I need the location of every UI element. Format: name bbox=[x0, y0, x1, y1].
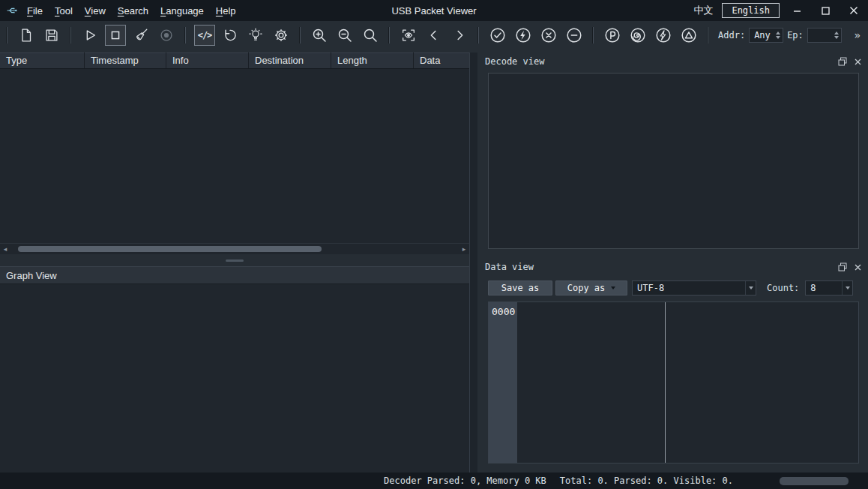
scroll-right-arrow[interactable]: ▸ bbox=[459, 244, 469, 254]
column-header-length[interactable]: Length bbox=[331, 52, 414, 68]
menu-file[interactable]: File bbox=[21, 4, 49, 18]
circle-check-icon bbox=[489, 26, 507, 44]
addr-label: Addr: bbox=[718, 30, 745, 40]
scan-eye-icon bbox=[400, 27, 417, 44]
column-header-timestamp[interactable]: Timestamp bbox=[85, 52, 166, 68]
maximize-button[interactable] bbox=[814, 2, 837, 20]
filter-ping-button[interactable] bbox=[602, 25, 623, 46]
lightbulb-icon bbox=[247, 27, 264, 44]
data-view-pane: Data view Save as Copy as bbox=[477, 258, 868, 472]
close-icon[interactable] bbox=[852, 56, 864, 68]
decoder-status-text: Decoder Parsed: 0, Memory 0 KB bbox=[384, 476, 546, 486]
menu-tool[interactable]: Tool bbox=[49, 4, 79, 18]
code-view-button[interactable]: </> bbox=[194, 25, 215, 46]
circle-bolt-outline-icon bbox=[654, 26, 672, 44]
new-file-button[interactable] bbox=[16, 25, 37, 46]
hex-view[interactable]: 0000 bbox=[488, 302, 859, 464]
data-view-header: Data view bbox=[477, 258, 868, 276]
save-as-button[interactable]: Save as bbox=[488, 280, 552, 296]
toolbar-separator bbox=[70, 27, 71, 44]
toolbar-separator bbox=[708, 27, 708, 44]
packet-table-header: Type Timestamp Info Destination Length D… bbox=[0, 52, 469, 69]
menu-language[interactable]: Language bbox=[154, 4, 210, 18]
filter-sof-button[interactable] bbox=[627, 25, 648, 46]
zoom-reset-button[interactable] bbox=[360, 25, 381, 46]
prev-packet-button[interactable] bbox=[424, 25, 444, 46]
scrollbar-thumb[interactable] bbox=[18, 246, 322, 252]
filter-data-button[interactable] bbox=[513, 25, 534, 46]
zoom-reset-icon bbox=[361, 26, 379, 44]
horizontal-splitter[interactable] bbox=[0, 254, 469, 266]
addr-select[interactable]: Any bbox=[749, 28, 783, 43]
undo-icon bbox=[222, 27, 238, 44]
spinner-arrows-icon[interactable] bbox=[832, 32, 841, 39]
scrollbar-track[interactable] bbox=[10, 244, 459, 254]
splitter-grip bbox=[226, 260, 244, 262]
filter-nak-button[interactable] bbox=[564, 25, 585, 46]
column-header-info[interactable]: Info bbox=[166, 52, 249, 68]
language-chinese-button[interactable]: 中文 bbox=[690, 4, 716, 17]
count-select[interactable]: 8 bbox=[805, 280, 853, 296]
circle-spiral-icon bbox=[629, 26, 647, 44]
dropdown-arrow-icon[interactable] bbox=[842, 281, 852, 295]
record-icon bbox=[158, 27, 175, 44]
spinner-arrows-icon[interactable] bbox=[774, 32, 783, 39]
copy-as-button[interactable]: Copy as bbox=[555, 280, 627, 296]
copy-as-label: Copy as bbox=[567, 283, 606, 293]
undock-icon[interactable] bbox=[837, 56, 848, 68]
count-value: 8 bbox=[810, 283, 842, 293]
graph-view-body[interactable] bbox=[0, 284, 469, 472]
toolbar-overflow-button[interactable]: » bbox=[850, 29, 865, 41]
hex-address-column: 0000 bbox=[489, 302, 517, 463]
save-icon bbox=[43, 27, 60, 44]
decode-view-content[interactable] bbox=[488, 73, 859, 249]
ep-select[interactable] bbox=[807, 28, 842, 43]
menu-search[interactable]: Search bbox=[112, 4, 154, 18]
circle-x-icon bbox=[540, 26, 558, 44]
decode-view-wrap bbox=[477, 70, 868, 258]
column-header-destination[interactable]: Destination bbox=[249, 52, 331, 68]
close-button[interactable] bbox=[843, 2, 865, 20]
clear-button[interactable] bbox=[130, 25, 151, 46]
close-icon[interactable] bbox=[852, 262, 864, 273]
ep-label: Ep: bbox=[787, 30, 804, 40]
scroll-left-arrow[interactable]: ◂ bbox=[0, 244, 10, 254]
column-header-type[interactable]: Type bbox=[0, 52, 85, 68]
main-area: Type Timestamp Info Destination Length D… bbox=[0, 50, 868, 472]
hex-ascii-column[interactable] bbox=[666, 302, 858, 463]
filter-ack-button[interactable] bbox=[487, 25, 508, 46]
circle-triangle-icon bbox=[680, 26, 698, 44]
save-button[interactable] bbox=[41, 25, 62, 46]
zoom-out-icon bbox=[336, 26, 354, 44]
zoom-in-button[interactable] bbox=[309, 25, 330, 46]
filter-warning-button[interactable] bbox=[678, 25, 699, 46]
start-capture-button[interactable] bbox=[79, 25, 100, 46]
hex-bytes-column[interactable] bbox=[517, 302, 666, 463]
filter-power-button[interactable] bbox=[653, 25, 674, 46]
focus-view-button[interactable] bbox=[398, 25, 419, 46]
undock-icon[interactable] bbox=[837, 262, 848, 273]
vertical-splitter[interactable] bbox=[470, 52, 477, 472]
encoding-value: UTF-8 bbox=[637, 283, 745, 293]
menu-view[interactable]: View bbox=[79, 4, 112, 18]
minimize-button[interactable] bbox=[786, 2, 808, 20]
stop-capture-button[interactable] bbox=[105, 25, 126, 46]
zoom-out-button[interactable] bbox=[334, 25, 355, 46]
dropdown-arrow-icon bbox=[611, 286, 615, 290]
language-english-button[interactable]: English bbox=[722, 3, 780, 18]
app-icon bbox=[4, 3, 19, 18]
hint-button[interactable] bbox=[245, 25, 266, 46]
menu-help[interactable]: Help bbox=[210, 4, 242, 18]
settings-button[interactable] bbox=[271, 25, 292, 46]
encoding-select[interactable]: UTF-8 bbox=[632, 280, 756, 296]
next-packet-button[interactable] bbox=[449, 25, 470, 46]
data-view-toolbar: Save as Copy as UTF-8 Count: 8 bbox=[477, 276, 868, 300]
column-header-data[interactable]: Data bbox=[414, 52, 469, 68]
packet-list-panel: Type Timestamp Info Destination Length D… bbox=[0, 52, 470, 472]
filter-error-button[interactable] bbox=[538, 25, 559, 46]
horizontal-scrollbar[interactable]: ◂ ▸ bbox=[0, 243, 469, 254]
graph-view-title: Graph View bbox=[6, 270, 57, 281]
reload-button[interactable] bbox=[220, 25, 241, 46]
dropdown-arrow-icon[interactable] bbox=[745, 281, 756, 295]
packet-table-body[interactable] bbox=[0, 69, 469, 243]
